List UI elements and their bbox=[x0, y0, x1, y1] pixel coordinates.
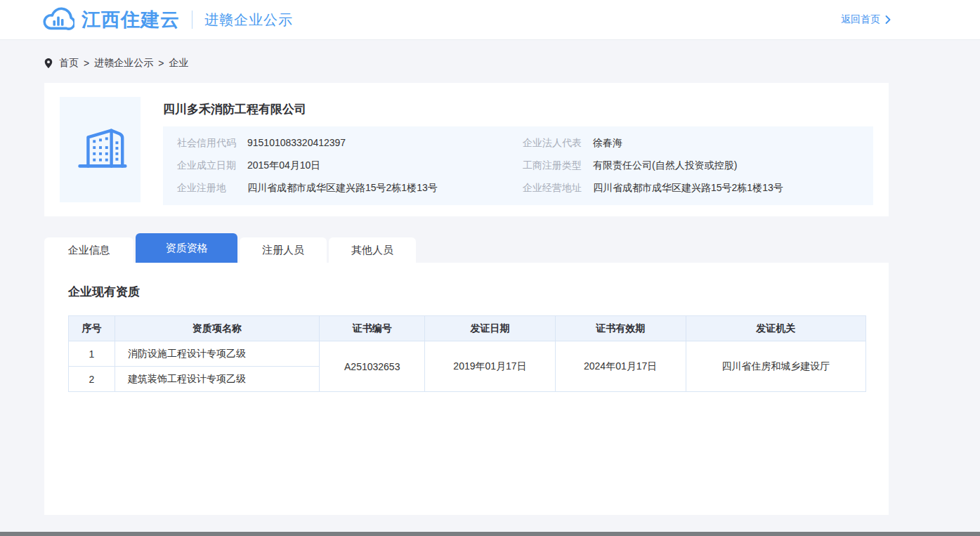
breadcrumb-separator: > bbox=[158, 58, 164, 69]
field-credit-code: 社会信用代码 915101083320412397 bbox=[177, 136, 523, 150]
tab-other-staff[interactable]: 其他人员 bbox=[329, 237, 416, 263]
col-header-valid-until: 证书有效期 bbox=[555, 316, 686, 341]
breadcrumb-publicity[interactable]: 进赣企业公示 bbox=[94, 57, 153, 70]
company-fields-right: 企业法人代表 徐春海 工商注册类型 有限责任公司(自然人投资或控股) 企业经营地… bbox=[523, 136, 859, 196]
cell-issue-date: 2019年01月17日 bbox=[425, 341, 556, 392]
cell-valid-until: 2024年01月17日 bbox=[555, 341, 686, 392]
col-header-cert-no: 证书编号 bbox=[320, 316, 425, 341]
field-legal-representative: 企业法人代表 徐春海 bbox=[523, 136, 859, 150]
breadcrumb-separator: > bbox=[84, 58, 89, 69]
footer-bar bbox=[0, 532, 980, 536]
app-logo[interactable]: 江西住建云 bbox=[42, 7, 180, 32]
qualification-table: 序号 资质项名称 证书编号 发证日期 证书有效期 发证机关 1 消防设施工程设计… bbox=[68, 315, 866, 392]
location-pin-icon bbox=[44, 58, 53, 69]
company-fields-left: 社会信用代码 915101083320412397 企业成立日期 2015年04… bbox=[177, 136, 523, 196]
col-header-index: 序号 bbox=[69, 316, 115, 341]
company-info: 四川多禾消防工程有限公司 社会信用代码 915101083320412397 企… bbox=[163, 97, 873, 202]
company-fields: 社会信用代码 915101083320412397 企业成立日期 2015年04… bbox=[163, 126, 873, 205]
field-business-address: 企业经营地址 四川省成都市成华区建兴路15号2栋1楼13号 bbox=[523, 181, 859, 195]
cell-qualification-name: 消防设施工程设计专项乙级 bbox=[115, 341, 319, 367]
col-header-name: 资质项名称 bbox=[115, 316, 319, 341]
tab-bar: 企业信息 资质资格 注册人员 其他人员 bbox=[44, 233, 980, 263]
cell-index: 1 bbox=[69, 341, 115, 367]
company-avatar bbox=[60, 97, 141, 202]
cell-cert-no: A251032653 bbox=[320, 341, 425, 392]
logo-title: 江西住建云 bbox=[81, 7, 180, 32]
table-row: 1 消防设施工程设计专项乙级 A251032653 2019年01月17日 20… bbox=[69, 341, 866, 367]
cell-index: 2 bbox=[69, 367, 115, 392]
cell-authority: 四川省住房和城乡建设厅 bbox=[686, 341, 866, 392]
qualification-panel: 企业现有资质 序号 资质项名称 证书编号 发证日期 证书有效期 发证机关 1 消… bbox=[44, 263, 889, 515]
header-left: 江西住建云 进赣企业公示 bbox=[42, 7, 293, 32]
breadcrumb-current: 企业 bbox=[169, 57, 188, 70]
field-registered-address: 企业注册地 四川省成都市成华区建兴路15号2栋1楼13号 bbox=[177, 181, 523, 195]
field-founding-date: 企业成立日期 2015年04月10日 bbox=[177, 158, 523, 172]
header-divider bbox=[192, 11, 192, 29]
site-subtitle: 进赣企业公示 bbox=[204, 11, 293, 30]
field-registration-type: 工商注册类型 有限责任公司(自然人投资或控股) bbox=[523, 158, 859, 172]
building-icon bbox=[72, 121, 129, 178]
breadcrumb: 首页 > 进赣企业公示 > 企业 bbox=[44, 57, 980, 70]
company-name: 四川多禾消防工程有限公司 bbox=[163, 101, 873, 117]
chevron-right-icon bbox=[885, 15, 891, 24]
tab-qualifications[interactable]: 资质资格 bbox=[136, 233, 237, 263]
tab-registered-staff[interactable]: 注册人员 bbox=[240, 237, 327, 263]
cloud-chart-icon bbox=[42, 7, 74, 32]
col-header-authority: 发证机关 bbox=[686, 316, 866, 341]
back-home-link[interactable]: 返回首页 bbox=[841, 13, 891, 26]
top-header: 江西住建云 进赣企业公示 返回首页 bbox=[0, 0, 980, 40]
tab-company-info[interactable]: 企业信息 bbox=[44, 237, 133, 263]
cell-qualification-name: 建筑装饰工程设计专项乙级 bbox=[115, 367, 319, 392]
section-title: 企业现有资质 bbox=[68, 284, 866, 300]
company-card: 四川多禾消防工程有限公司 社会信用代码 915101083320412397 企… bbox=[44, 83, 889, 216]
breadcrumb-home[interactable]: 首页 bbox=[59, 57, 79, 70]
col-header-issue-date: 发证日期 bbox=[425, 316, 556, 341]
table-header-row: 序号 资质项名称 证书编号 发证日期 证书有效期 发证机关 bbox=[69, 316, 866, 341]
back-home-label: 返回首页 bbox=[841, 13, 880, 26]
